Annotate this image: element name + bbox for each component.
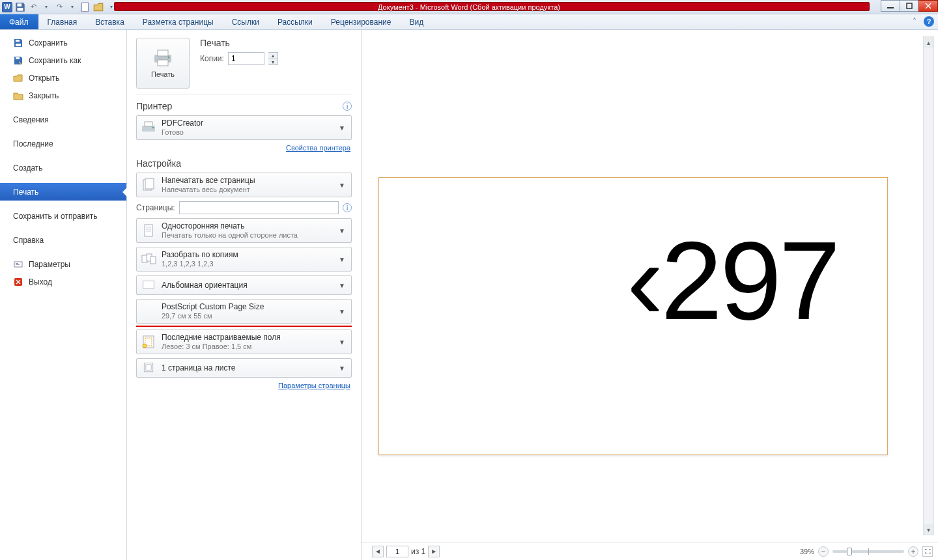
svg-rect-0: [18, 3, 22, 7]
backstage-view: Сохранить Сохранить как Открыть Закрыть …: [0, 30, 938, 560]
orientation-selector[interactable]: Альбомная ориентация ▼: [136, 275, 352, 295]
tab-mailings[interactable]: Рассылки: [268, 14, 322, 29]
printer-info-icon[interactable]: i: [343, 102, 352, 111]
chevron-down-icon: ▼: [337, 282, 347, 289]
svg-rect-32: [144, 363, 152, 372]
maximize-button[interactable]: [900, 0, 919, 12]
folder-close-icon: [13, 91, 23, 101]
nav-print[interactable]: Печать: [0, 183, 126, 201]
page-number-input[interactable]: [386, 546, 408, 557]
collate-selector[interactable]: Разобрать по копиям 1,2,3 1,2,3 1,2,3 ▼: [136, 247, 352, 272]
undo-dropdown-icon[interactable]: ▾: [40, 1, 52, 13]
tab-references[interactable]: Ссылки: [223, 14, 268, 29]
zoom-controls: 39% − + ⛶: [800, 546, 933, 557]
nav-save-label: Сохранить: [29, 38, 68, 48]
help-icon[interactable]: ?: [924, 16, 934, 27]
copies-input[interactable]: [228, 52, 264, 65]
nav-close[interactable]: Закрыть: [0, 87, 126, 104]
nav-options[interactable]: Параметры: [0, 255, 126, 273]
pages-per-sheet-icon: [141, 360, 156, 376]
nav-save[interactable]: Сохранить: [0, 34, 126, 51]
qat-customize-icon[interactable]: ▾: [66, 1, 78, 13]
nav-recent-label: Последние: [13, 139, 53, 148]
zoom-in-button[interactable]: +: [908, 546, 918, 557]
page-setup-link[interactable]: Параметры страницы: [137, 382, 350, 389]
nav-help[interactable]: Справка: [0, 231, 126, 249]
margins-sub: Левое: 3 см Правое: 1,5 см: [162, 343, 332, 352]
print-button[interactable]: Печать: [136, 38, 190, 89]
pages-input[interactable]: [179, 201, 339, 214]
printer-selector[interactable]: PDFCreator Готово ▼: [136, 115, 352, 140]
paper-size-selector[interactable]: PostScript Custom Page Size 29,7 см x 55…: [136, 299, 352, 324]
svg-rect-20: [145, 178, 154, 189]
print-preview-pane: ‹297 ▴ ▾ ◄ из 1 ► 39% − +: [362, 30, 938, 560]
tab-home[interactable]: Главная: [38, 14, 87, 29]
tab-page-layout[interactable]: Разметка страницы: [134, 14, 223, 29]
nav-new[interactable]: Создать: [0, 159, 126, 176]
print-button-label: Печать: [151, 70, 175, 78]
zoom-out-button[interactable]: −: [818, 546, 829, 557]
folder-open-icon: [13, 73, 23, 83]
svg-rect-9: [16, 263, 18, 264]
tab-review[interactable]: Рецензирование: [322, 14, 401, 29]
nav-recent[interactable]: Последние: [0, 135, 126, 152]
options-icon: [13, 259, 23, 270]
chevron-down-icon: ▼: [337, 182, 347, 189]
tab-file[interactable]: Файл: [0, 14, 38, 29]
ribbon-tabs: Файл Главная Вставка Разметка страницы С…: [0, 14, 938, 30]
svg-rect-2: [81, 3, 88, 12]
chevron-down-icon: ▼: [337, 227, 347, 234]
nav-exit[interactable]: Выход: [0, 273, 126, 290]
copies-spinner[interactable]: ▴▾: [268, 52, 278, 65]
pages-per-sheet-title: 1 страница на листе: [162, 363, 332, 373]
pages-info-icon[interactable]: i: [343, 203, 352, 212]
zoom-slider[interactable]: [832, 550, 904, 553]
scroll-up-icon[interactable]: ▴: [924, 37, 933, 48]
nav-share[interactable]: Сохранить и отправить: [0, 207, 126, 225]
margins-selector[interactable]: Последние настраиваемые поля Левое: 3 см…: [136, 329, 352, 354]
new-doc-icon[interactable]: [79, 1, 91, 13]
print-settings-pane: Печать Печать Копии: ▴▾ Принтер i PDFCre…: [127, 30, 362, 560]
nav-open[interactable]: Открыть: [0, 69, 126, 87]
minimize-button[interactable]: [881, 0, 900, 12]
zoom-fit-button[interactable]: ⛶: [922, 546, 933, 557]
save-icon[interactable]: [14, 1, 26, 13]
prev-page-button[interactable]: ◄: [372, 546, 384, 557]
tab-view[interactable]: Вид: [400, 14, 433, 29]
ribbon-minimize-icon[interactable]: ˄: [909, 16, 920, 27]
landscape-icon: [141, 277, 156, 293]
nav-help-label: Справка: [13, 236, 44, 245]
print-range-sub: Напечатать весь документ: [162, 186, 332, 195]
pages-stack-icon: [141, 177, 156, 193]
spinner-down-icon[interactable]: ▾: [268, 59, 277, 64]
preview-page-content: ‹297: [627, 217, 838, 344]
svg-rect-13: [158, 50, 168, 56]
duplex-selector[interactable]: Односторонняя печать Печатать только на …: [136, 218, 352, 243]
chevron-down-icon: ▼: [337, 256, 347, 263]
svg-rect-5: [16, 40, 20, 42]
open-icon[interactable]: [92, 1, 104, 13]
pages-per-sheet-selector[interactable]: 1 страница на листе ▼: [136, 358, 352, 378]
nav-save-as[interactable]: Сохранить как: [0, 51, 126, 69]
chevron-down-icon: ▼: [337, 308, 347, 315]
svg-rect-27: [150, 257, 156, 264]
save-icon: [13, 38, 23, 48]
undo-icon[interactable]: ↶: [27, 1, 39, 13]
backstage-nav: Сохранить Сохранить как Открыть Закрыть …: [0, 30, 127, 560]
annotation-underline: [136, 326, 352, 327]
preview-vertical-scrollbar[interactable]: ▴ ▾: [923, 36, 934, 535]
print-range-selector[interactable]: Напечатать все страницы Напечатать весь …: [136, 173, 352, 197]
next-page-button[interactable]: ►: [428, 546, 440, 557]
close-button[interactable]: [918, 0, 938, 12]
svg-rect-3: [887, 7, 894, 8]
printer-status: Готово: [162, 128, 332, 137]
svg-point-18: [152, 127, 154, 129]
printer-properties-link[interactable]: Свойства принтера: [137, 144, 350, 152]
spinner-up-icon[interactable]: ▴: [268, 53, 277, 59]
nav-info[interactable]: Сведения: [0, 111, 126, 128]
chevron-down-icon: ▼: [337, 124, 347, 132]
svg-rect-6: [16, 44, 21, 46]
scroll-down-icon[interactable]: ▾: [924, 524, 933, 535]
tab-insert[interactable]: Вставка: [86, 14, 134, 29]
redo-icon[interactable]: ↷: [53, 1, 65, 13]
